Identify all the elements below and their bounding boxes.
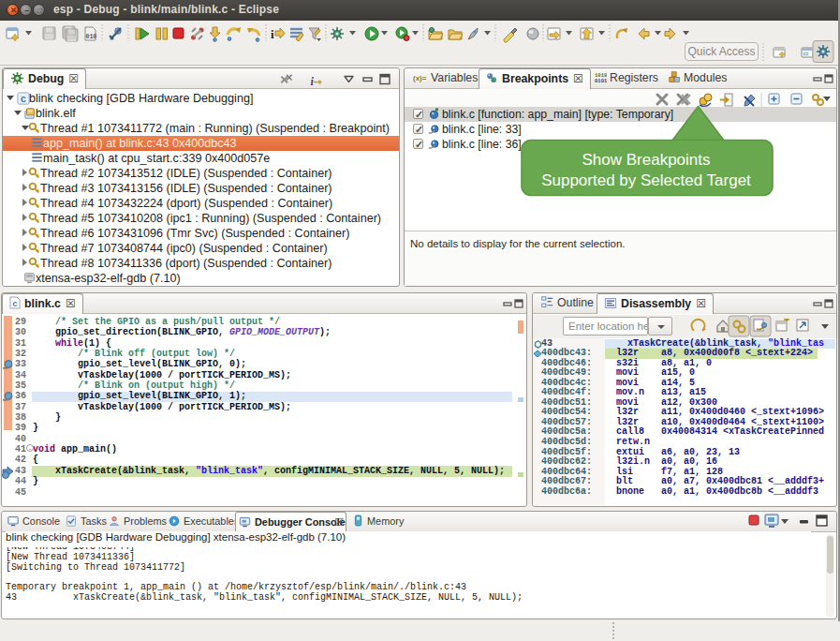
svg-text:c: c <box>12 300 17 309</box>
svg-text:(x)=: (x)= <box>413 74 427 82</box>
svg-text:Show Breakpoints: Show Breakpoints <box>582 151 710 169</box>
svg-text:i: i <box>271 27 274 41</box>
svg-text:010: 010 <box>86 34 97 40</box>
svg-text:Supported by Selected Target: Supported by Selected Target <box>541 171 751 189</box>
svg-text:C: C <box>21 95 26 105</box>
svg-text:0101: 0101 <box>595 78 607 83</box>
